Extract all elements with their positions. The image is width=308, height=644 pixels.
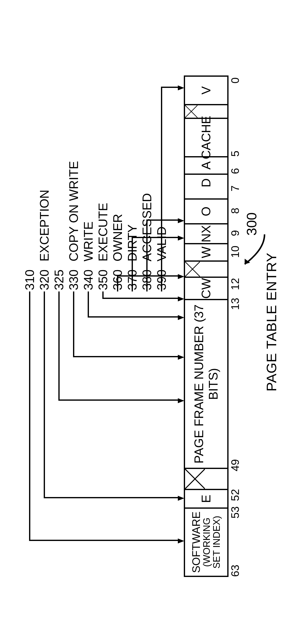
arrowhead-icon (178, 538, 184, 544)
arrowhead-icon (178, 355, 184, 360)
arrowhead-icon (178, 296, 184, 302)
seg-dirty-label: D (199, 178, 213, 187)
seg-exception-label: E (199, 494, 213, 503)
bit-52: 52 (229, 489, 241, 501)
seg-reserved-3 (185, 104, 227, 118)
seg-owner: O (185, 198, 227, 223)
legend-row-310: 310 (22, 161, 37, 290)
legend-row-330: 330COPY ON WRITE (66, 161, 81, 290)
bit-5: 5 (229, 151, 241, 157)
figure-caption: PAGE TABLE ENTRY (263, 0, 279, 644)
legend-num: 310 (24, 263, 36, 290)
leader-h-325 (58, 292, 60, 401)
seg-valid-label: V (199, 86, 213, 94)
svg-marker-10 (178, 315, 184, 320)
leader-h-320 (44, 292, 45, 498)
seg-valid: V (185, 77, 227, 104)
svg-marker-14 (178, 218, 184, 223)
bit-6: 6 (229, 168, 241, 174)
legend-row-325: 325 (52, 161, 66, 290)
svg-marker-13 (178, 236, 184, 240)
figure-reference-number: 300 (243, 212, 259, 236)
bit-7: 7 (229, 186, 241, 192)
seg-copyonwrite: CW (185, 276, 227, 299)
reference-arrow-icon (235, 230, 267, 272)
legend-row-340: 340WRITE (81, 161, 96, 290)
arrowhead-icon (178, 274, 184, 279)
leader-v-325 (58, 400, 179, 401)
svg-marker-9 (178, 355, 184, 360)
legend-name: COPY ON WRITE (68, 161, 80, 263)
bitfield-row: SOFTWARE (WORKING SET INDEX) E PAGE FRAM… (184, 76, 228, 577)
arrowhead-icon (178, 315, 184, 320)
seg-cache: CACHE (185, 118, 227, 156)
seg-pfn: PAGE FRAME NUMBER (37 BITS) (185, 299, 227, 468)
leader-v-320 (44, 497, 179, 498)
svg-marker-11 (178, 296, 184, 302)
leader-h-330b (73, 292, 74, 357)
figure: SOFTWARE (WORKING SET INDEX) E PAGE FRAM… (0, 0, 308, 644)
seg-software: SOFTWARE (WORKING SET INDEX) (185, 508, 227, 576)
legend-row-350: 350EXECUTE (96, 161, 110, 290)
seg-accessed-label: A (199, 161, 213, 170)
seg-write-label: W (199, 246, 213, 258)
bit-63: 63 (229, 565, 241, 577)
seg-reserved-2 (185, 260, 227, 276)
leader-v-340 (88, 316, 179, 318)
arrowhead-icon (178, 218, 184, 223)
leader-v-390 (161, 87, 179, 88)
leader-h-380 (146, 221, 148, 292)
bit-13: 13 (229, 298, 241, 310)
bit-49: 49 (229, 459, 241, 472)
leader-h-370 (132, 238, 133, 292)
legend-name: EXECUTE (97, 203, 109, 263)
leader-h-360 (117, 276, 118, 292)
arrowhead-icon (178, 86, 184, 90)
legend-num: 340 (82, 263, 95, 290)
legend-num: 320 (38, 263, 51, 290)
legend-num: 330 (68, 263, 80, 290)
seg-software-sublabel: (WORKING SET INDEX) (202, 509, 222, 576)
bit-53: 53 (229, 506, 241, 519)
seg-dirty: D (185, 174, 227, 191)
seg-cache-label: CACHE (199, 116, 213, 159)
leader-h-310 (29, 292, 30, 541)
leader-v-370 (132, 237, 179, 238)
leader-h-390 (161, 88, 162, 292)
svg-marker-8 (178, 398, 184, 403)
seg-execute-label: NX (199, 225, 213, 242)
leader-h-340 (88, 292, 89, 318)
legend-name: EXCEPTION (38, 190, 51, 263)
leader-v-380 (146, 220, 179, 221)
seg-gap (185, 191, 227, 198)
bit-12: 12 (229, 278, 241, 290)
legend-name: WRITE (82, 222, 95, 263)
seg-software-label: SOFTWARE (190, 509, 202, 576)
arrowhead-icon (178, 398, 184, 403)
seg-copyonwrite-label: CW (199, 278, 213, 299)
leader-v-330 (73, 356, 179, 357)
legend-row-320: 320EXCEPTION (37, 161, 52, 290)
svg-marker-15 (178, 86, 184, 90)
legend-num: 325 (53, 263, 65, 290)
seg-execute: NX (185, 223, 227, 243)
legend-name: OWNER (112, 214, 124, 263)
svg-marker-7 (178, 496, 184, 501)
seg-write: W (185, 243, 227, 260)
leader-v-360 (117, 275, 179, 276)
bit-8: 8 (229, 208, 241, 214)
svg-marker-12 (178, 274, 184, 279)
arrowhead-icon (178, 236, 184, 240)
leader-v-310 (29, 540, 179, 541)
seg-owner-label: O (199, 206, 213, 216)
legend-row-360: 360OWNER (110, 161, 125, 290)
seg-pfn-label: PAGE FRAME NUMBER (37 BITS) (192, 300, 221, 468)
seg-exception: E (185, 489, 227, 508)
svg-marker-6 (178, 538, 184, 544)
arrowhead-icon (178, 496, 184, 501)
seg-reserved-1 (185, 468, 227, 489)
legend-num: 350 (97, 263, 109, 290)
bit-0: 0 (229, 78, 241, 84)
leader-v-350 (102, 298, 179, 299)
page: SOFTWARE (WORKING SET INDEX) E PAGE FRAM… (0, 0, 308, 644)
